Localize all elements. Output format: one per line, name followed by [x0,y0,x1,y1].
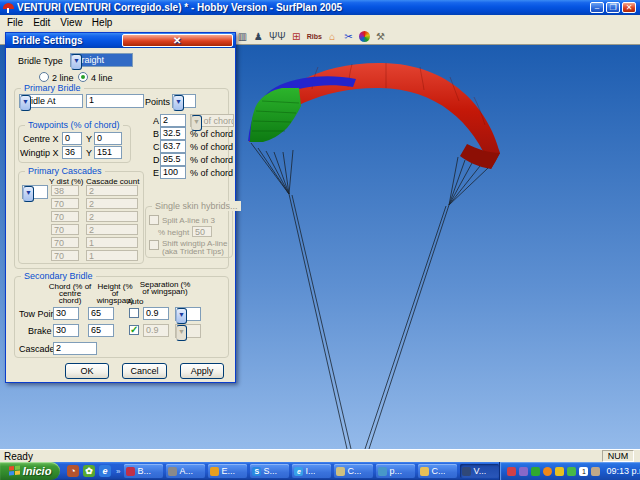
chevron-down-icon[interactable]: ▼ [23,186,34,202]
row-c-field[interactable]: 63.7 [160,140,186,153]
brake-separation-field: 0.9 [143,324,169,337]
statusbar: Ready NUM [0,449,640,462]
tray-icon-6[interactable] [567,467,576,476]
row-e-field[interactable]: 100 [160,166,186,179]
chevron-down-icon[interactable]: ▼ [173,95,184,111]
bridle-type-combo[interactable]: Straight ▼ [70,53,133,67]
row-e-unit: % of chord [190,168,233,178]
task-icon-7 [378,467,387,476]
brake-chord-field[interactable]: 30 [53,324,79,337]
row-b-unit: % of chord [190,129,233,139]
centre-y-field[interactable]: 0 [94,132,122,145]
chevron-down-icon: ▼ [176,325,187,341]
taskbar-clock[interactable]: 09:13 p.m. [606,466,640,476]
menu-file[interactable]: File [4,17,30,28]
radio-4-line[interactable] [78,72,88,82]
tow-chord-field[interactable]: 30 [53,307,79,320]
cascades-combo[interactable]: 0 ▼ [22,185,48,199]
bridle-at-combo[interactable]: Bridle At ▼ [19,94,83,108]
brake-auto-checkbox[interactable] [129,325,139,335]
cells-icon[interactable]: ⊞ [291,30,302,43]
quicklaunch-icon-2[interactable]: ✿ [83,465,95,477]
window-titlebar[interactable]: VENTURI (VENTURI Corregido.sle) * - Hobb… [0,0,640,15]
cascade-ydist-6: 70 [51,250,79,261]
scissors-icon[interactable]: ✂ [343,30,354,43]
taskbar-button-7[interactable]: p... [376,464,415,478]
bridle-at-field[interactable]: 1 [86,94,144,108]
row-e-label: E [153,168,159,178]
tray-icon-3[interactable] [531,467,540,476]
chevron-down-icon[interactable]: ▼ [71,54,82,70]
taskbar-button-3[interactable]: E... [208,464,247,478]
tray-icon-5[interactable] [555,467,564,476]
colorwheel-icon[interactable] [359,31,370,42]
dialog-titlebar[interactable]: Bridle Settings ✕ [6,33,235,48]
taskbar: Inicio ◔ ✿ e » B... A... E... S S... e [0,462,640,480]
radio-2-line[interactable] [39,72,49,82]
internet-explorer-icon[interactable]: e [99,465,111,477]
task-icon-3 [210,467,219,476]
quicklaunch-expand-icon[interactable]: » [116,467,120,476]
start-button[interactable]: Inicio [0,462,60,480]
wrench-icon[interactable]: ⚒ [375,30,386,43]
cancel-button[interactable]: Cancel [122,363,167,379]
task-icon-2 [168,467,177,476]
close-icon[interactable]: ✕ [622,2,636,13]
canopy-icon[interactable]: ⌂ [327,30,338,43]
height-label: % height [158,228,189,237]
tray-icon-1[interactable] [507,467,516,476]
tow-separation-field[interactable]: 0.9 [143,307,169,320]
chevron-down-icon[interactable]: ▼ [176,308,187,324]
menu-view[interactable]: View [57,17,89,28]
tow-auto-checkbox[interactable] [129,308,139,318]
wingtip-x-field[interactable]: 36 [62,146,82,159]
row-b-field[interactable]: 32.5 [160,127,186,140]
pilot-icon[interactable]: ♟ [253,30,264,43]
row-c-label: C [153,142,160,152]
secondary-cascade-field[interactable]: 2 [53,342,97,355]
minimize-icon[interactable]: – [590,2,604,13]
quicklaunch-icon-1[interactable]: ◔ [67,465,79,477]
menu-help[interactable]: Help [89,17,120,28]
bridle-lines-icon[interactable]: ΨΨ [269,30,286,43]
taskbar-button-4[interactable]: S S... [250,464,289,478]
taskbar-button-1[interactable]: B... [124,464,163,478]
menu-edit[interactable]: Edit [30,17,57,28]
cascade-count-5: 1 [86,237,138,248]
row-d-field[interactable]: 95.5 [160,153,186,166]
tray-icon-4[interactable] [543,467,552,476]
tray-icon-2[interactable] [519,467,528,476]
ribs-icon[interactable]: Ribs [307,30,322,43]
wingtip-y-field[interactable]: 151 [94,146,122,159]
row-a-label: A [153,116,159,126]
ok-button[interactable]: OK [65,363,109,379]
panel-icon[interactable]: ▥ [237,30,248,43]
apply-button[interactable]: Apply [180,363,224,379]
auto-label: Auto [127,297,143,306]
taskbar-button-6[interactable]: C... [334,464,373,478]
brake-height-field[interactable]: 65 [88,324,114,337]
tray-icon-8[interactable] [591,467,600,476]
restore-icon[interactable]: ❐ [606,2,620,13]
taskbar-button-5[interactable]: e I... [292,464,331,478]
quick-launch: ◔ ✿ e » [67,465,120,477]
taskbar-button-2[interactable]: A... [166,464,205,478]
tow-height-field[interactable]: 65 [88,307,114,320]
shift-wingtip-label-2: (aka Trident Tips) [162,247,224,256]
task-icon-9 [462,467,471,476]
tray-calendar-icon[interactable]: 1 [579,467,588,476]
row-a-field[interactable]: 2 [160,114,186,127]
app-icon [3,3,14,13]
tow-unit-combo[interactable]: m ▼ [175,307,201,321]
taskbar-button-8[interactable]: C... [418,464,457,478]
dialog-close-icon[interactable]: ✕ [122,34,234,47]
row-d-label: D [153,155,160,165]
wingtip-x-label: Wingtip X [20,148,59,158]
split-a-line-checkbox [149,215,159,225]
task-icon-8 [420,467,429,476]
centre-x-field[interactable]: 0 [62,132,82,145]
taskbar-button-surfplan-active[interactable]: V... [460,464,499,478]
task-icon-1 [126,467,135,476]
chevron-down-icon[interactable]: ▼ [20,95,31,111]
points-combo[interactable]: 5 ▼ [172,94,196,108]
